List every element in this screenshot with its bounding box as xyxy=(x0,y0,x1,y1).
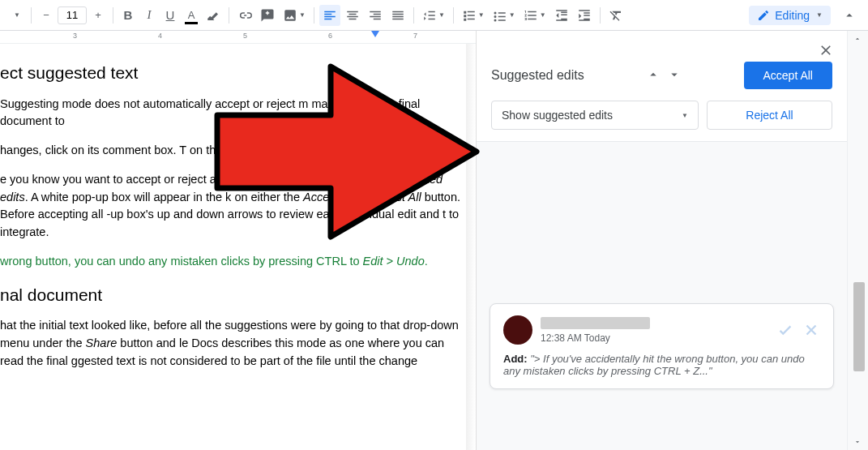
ruler-number: 4 xyxy=(158,32,162,40)
pencil-icon xyxy=(757,9,770,22)
underline-button[interactable]: U xyxy=(160,5,180,26)
scrollbar-thumb[interactable] xyxy=(853,282,865,371)
decrease-indent-button[interactable] xyxy=(551,5,572,26)
insert-link-button[interactable] xyxy=(234,5,255,26)
numbered-list-button[interactable]: ▼ xyxy=(520,5,549,26)
font-size-increase[interactable]: + xyxy=(88,5,108,26)
close-button[interactable] xyxy=(818,42,834,62)
chevron-down-icon: ▼ xyxy=(682,112,688,119)
vertical-scrollbar[interactable] xyxy=(847,31,868,450)
user-name-redacted xyxy=(541,317,650,329)
page-edge-shadow xyxy=(466,44,476,450)
clear-formatting-button[interactable] xyxy=(605,5,626,26)
suggested-edits-card: Suggested edits Accept All Show suggeste… xyxy=(477,31,847,142)
document-area[interactable]: ect suggested text Suggesting mode does … xyxy=(0,44,466,450)
paragraph: Suggesting mode does not automatically a… xyxy=(0,96,466,131)
checklist-button[interactable]: ▼ xyxy=(459,5,488,26)
suggested-text: wrong button, you can undo any mistaken … xyxy=(0,253,466,271)
paragraph: hat the initial text looked like, before… xyxy=(0,317,466,370)
text-color-button[interactable]: A xyxy=(182,5,201,26)
add-comment-button[interactable] xyxy=(257,5,278,26)
align-justify-button[interactable] xyxy=(387,5,408,26)
next-edit-button[interactable] xyxy=(665,66,683,86)
suggested-edits-panel: Suggested edits Accept All Show suggeste… xyxy=(476,31,847,450)
insert-image-button[interactable]: ▼ xyxy=(280,5,309,26)
ruler-number: 7 xyxy=(413,32,417,40)
heading: ect suggested text xyxy=(0,60,466,86)
paragraph: e you know you want to accept or reject … xyxy=(0,171,466,242)
heading: nal document xyxy=(0,282,466,308)
editing-mode-label: Editing xyxy=(775,9,810,22)
collapse-toolbar-button[interactable] xyxy=(837,5,862,26)
suggestion-comment-card[interactable]: 12:38 AM Today Add: "> If you've acciden… xyxy=(490,303,834,389)
ruler-number: 6 xyxy=(328,32,332,40)
suggested-edits-title: Suggested edits xyxy=(491,68,584,83)
accept-suggestion-button[interactable] xyxy=(776,321,794,339)
comment-body: Add: "> If you've accidentally hit the w… xyxy=(503,353,820,377)
highlight-button[interactable] xyxy=(203,5,224,26)
reject-all-button[interactable]: Reject All xyxy=(707,101,832,130)
toolbar: ▼ − 11 + B I U A ▼ ▼ ▼ ▼ ▼ Editing ▼ xyxy=(0,0,868,31)
paragraph: hanges, click on its comment box. T on t… xyxy=(0,142,466,160)
align-left-button[interactable] xyxy=(319,5,340,26)
bulleted-list-button[interactable]: ▼ xyxy=(490,5,519,26)
scroll-down-button[interactable] xyxy=(851,435,864,448)
align-right-button[interactable] xyxy=(365,5,386,26)
font-size-decrease[interactable]: − xyxy=(36,5,56,26)
line-spacing-button[interactable]: ▼ xyxy=(419,5,448,26)
increase-indent-button[interactable] xyxy=(574,5,595,26)
avatar xyxy=(503,315,532,345)
ruler-number: 3 xyxy=(73,32,77,40)
reject-suggestion-button[interactable] xyxy=(802,321,820,339)
indent-marker[interactable] xyxy=(371,31,379,37)
more-menu[interactable]: ▼ xyxy=(6,5,26,26)
scroll-up-button[interactable] xyxy=(851,32,864,45)
bold-button[interactable]: B xyxy=(118,5,138,26)
dropdown-label: Show suggested edits xyxy=(502,109,613,122)
comment-timestamp: 12:38 AM Today xyxy=(541,332,650,344)
align-center-button[interactable] xyxy=(342,5,363,26)
font-size-input[interactable]: 11 xyxy=(58,6,87,24)
show-suggested-edits-dropdown[interactable]: Show suggested edits ▼ xyxy=(491,101,699,130)
editing-mode-dropdown[interactable]: Editing ▼ xyxy=(749,6,831,25)
nav-arrows xyxy=(644,66,683,86)
prev-edit-button[interactable] xyxy=(644,66,662,86)
italic-button[interactable]: I xyxy=(139,5,159,26)
accept-all-button[interactable]: Accept All xyxy=(744,62,832,89)
chevron-down-icon: ▼ xyxy=(816,11,823,19)
ruler-number: 5 xyxy=(243,32,247,40)
